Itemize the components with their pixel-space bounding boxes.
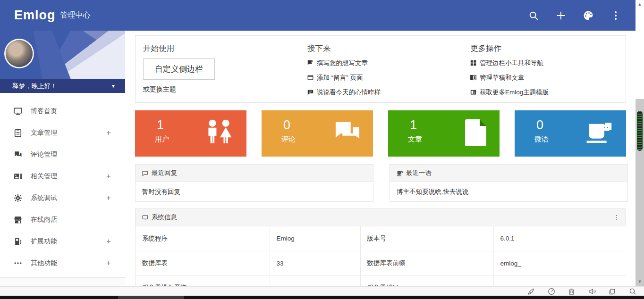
- volume-icon[interactable]: [588, 288, 596, 296]
- get-themes-link[interactable]: 获取更多Emlog主题模版: [470, 88, 621, 97]
- browser-bottom-toolbar: [0, 286, 644, 296]
- cup-icon: [585, 119, 615, 148]
- list-icon: [470, 75, 476, 81]
- taskbar-active-item[interactable]: [118, 296, 184, 299]
- sidebar-item-label: 在线商店: [31, 216, 57, 224]
- stat-label: 文章: [408, 135, 422, 144]
- sidebar-item-system-debug[interactable]: 系统调试 +: [0, 187, 125, 209]
- sidebar-item-label: 评论管理: [31, 150, 57, 159]
- write-article-link[interactable]: 撰写您的想写文章: [307, 58, 458, 67]
- sidebar-item-label: 系统调试: [31, 194, 57, 202]
- scrollbar-thumb[interactable]: [637, 111, 643, 151]
- sidebar-item-label: 博客首页: [31, 107, 57, 116]
- add-message-page-link[interactable]: 添加 “留言” 页面: [307, 73, 458, 82]
- scroll-down-arrow-icon[interactable]: ▼: [636, 278, 644, 285]
- chat-icon: [307, 89, 314, 95]
- kebab-menu-icon[interactable]: [610, 10, 621, 21]
- media-icon: [13, 172, 23, 181]
- scrollbar-track[interactable]: [636, 99, 644, 286]
- sidebar-item-extensions[interactable]: 扩展功能 +: [0, 231, 125, 252]
- stat-value: 0: [283, 118, 290, 133]
- table-cell: 6.0.1: [493, 226, 627, 251]
- expand-plus-icon[interactable]: +: [106, 172, 111, 181]
- sidebar-item-other[interactable]: 其他功能 +: [0, 252, 125, 274]
- table-cell: 数据库表前缀: [360, 251, 493, 275]
- quickstart-panel: 开始使用 自定义侧边栏 或更换主题 接下来 撰写您的想写文章 添加 “留言” 页…: [135, 35, 626, 103]
- greeting-text: 释梦，晚上好！: [12, 82, 57, 91]
- cup-small-icon: [397, 170, 403, 176]
- recent-note-panel: 最近一语 博主不知要说啥,快去说说: [390, 164, 628, 202]
- panel-header: 最近回复: [136, 165, 373, 182]
- stat-value: 0: [536, 118, 543, 133]
- header-actions: [528, 0, 621, 31]
- plus-icon[interactable]: [555, 10, 567, 21]
- monitor-icon: [13, 107, 23, 116]
- manage-drafts-link[interactable]: 管理草稿和文章: [470, 73, 621, 82]
- speedometer-icon[interactable]: [547, 288, 555, 296]
- rocket-icon[interactable]: [527, 288, 535, 296]
- expand-plus-icon[interactable]: +: [106, 193, 111, 203]
- table-cell: 版本号: [360, 226, 493, 251]
- scroll-up-arrow-icon[interactable]: ▲: [636, 1, 644, 8]
- expand-plus-icon[interactable]: +: [106, 237, 111, 246]
- sidebar-item-label: 文章管理: [31, 129, 57, 137]
- customize-sidebar-button[interactable]: 自定义侧边栏: [143, 58, 215, 80]
- post-mood-link[interactable]: 说说看今天的心情咋样: [307, 88, 458, 97]
- stat-cards-row: 1 用户 0 评论 1 文章 0: [135, 110, 626, 157]
- user-greeting-dropdown[interactable]: 释梦，晚上好！ ▼: [0, 79, 125, 93]
- article-icon: [464, 118, 488, 149]
- sidebar-footer: [0, 277, 125, 286]
- sidebar-item-comments[interactable]: 评论管理: [0, 144, 125, 166]
- sidebar-item-label: 其他功能: [31, 259, 57, 267]
- widgets-grid-icon: [470, 60, 476, 66]
- clipboard-icon: [13, 128, 23, 138]
- quickstart-next-steps: 接下来 撰写您的想写文章 添加 “留言” 页面 说说看今天的心情咋样: [307, 36, 458, 97]
- panel-title: 系统信息: [152, 213, 177, 222]
- windows-taskbar-edge[interactable]: [0, 296, 644, 299]
- table-cell: 系统程序: [136, 226, 270, 251]
- avatar[interactable]: [6, 40, 33, 67]
- stat-card-notes[interactable]: 0 微语: [515, 110, 626, 157]
- browser-toolbar-icons: [527, 287, 636, 296]
- stat-card-users[interactable]: 1 用户: [135, 110, 246, 157]
- profile-banner: [0, 31, 125, 79]
- sidebar-item-related[interactable]: 相关管理 +: [0, 166, 125, 187]
- stat-card-articles[interactable]: 1 文章: [388, 110, 500, 157]
- search-icon[interactable]: [528, 10, 539, 21]
- sidebar-item-blog-home[interactable]: 博客首页: [0, 100, 125, 122]
- panel-header: 最近一语: [390, 165, 627, 182]
- panel-kebab-icon[interactable]: ⋮: [613, 215, 620, 220]
- vertical-scrollbar[interactable]: ▲ ▼: [636, 0, 644, 286]
- chevron-down-icon: ▼: [111, 83, 116, 89]
- windows-icon[interactable]: [608, 288, 616, 296]
- zoom-icon[interactable]: [628, 288, 636, 296]
- system-info-panel: 系统信息 ⋮ 系统程序 Emlog 版本号 6.0.1 数据库表 33 数据库表…: [135, 208, 626, 299]
- system-icon: [142, 215, 148, 221]
- sidebar-item-label: 扩展功能: [31, 237, 57, 246]
- sidebar-item-articles[interactable]: 文章管理 +: [0, 122, 125, 144]
- expand-plus-icon[interactable]: +: [106, 258, 111, 268]
- palette-icon[interactable]: [583, 10, 594, 21]
- app-logo[interactable]: Emlog 管理中心: [14, 0, 91, 31]
- logo-text: Emlog: [14, 8, 56, 23]
- table-cell: Emlog: [270, 226, 360, 251]
- stat-value: 1: [157, 118, 164, 133]
- users-icon: [204, 119, 235, 148]
- theme-icon: [470, 89, 476, 95]
- sidebar-item-label: 相关管理: [31, 172, 57, 181]
- store-icon: [13, 215, 23, 224]
- manage-widgets-link[interactable]: 管理边栏小工具和导航: [470, 58, 621, 67]
- panel-title: 最近一语: [406, 169, 432, 177]
- stat-card-comments[interactable]: 0 评论: [262, 110, 373, 157]
- trash-icon[interactable]: [568, 288, 576, 296]
- table-cell: 数据库表: [136, 251, 270, 275]
- stat-label: 微语: [534, 135, 549, 144]
- panel-body-text: 博主不知要说啥,快去说说: [390, 182, 627, 202]
- table-row: 系统程序 Emlog 版本号 6.0.1: [136, 226, 627, 251]
- expand-plus-icon[interactable]: +: [106, 128, 111, 138]
- panel-title: 最近回复: [152, 169, 177, 177]
- stat-value: 1: [410, 118, 417, 133]
- change-theme-link[interactable]: 或更换主题: [143, 85, 285, 94]
- quickstart-more-actions: 更多操作 管理边栏小工具和导航 管理草稿和文章 获取更多Emlog主题模版: [470, 36, 621, 97]
- sidebar-item-store[interactable]: 在线商店: [0, 209, 125, 231]
